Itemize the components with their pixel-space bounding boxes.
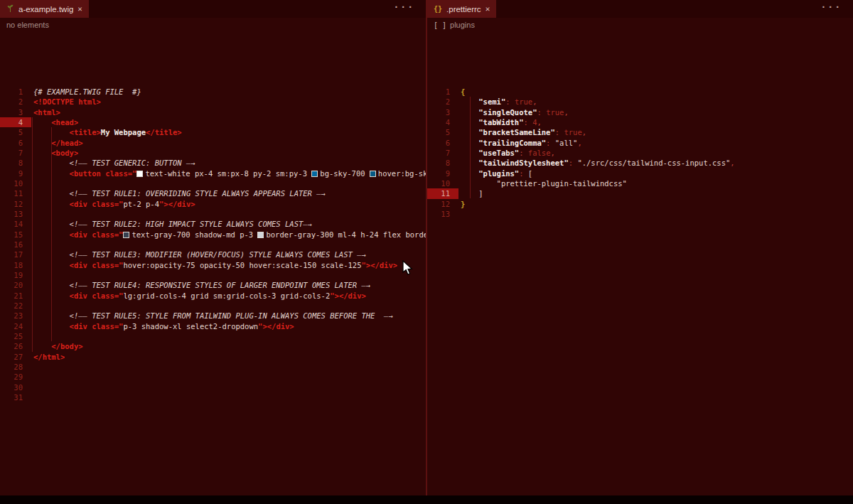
code-token: true — [546, 108, 564, 117]
code-line[interactable]: 10 — [0, 178, 426, 188]
code-line[interactable]: 28 — [0, 362, 426, 372]
code-line[interactable]: 3<html> — [0, 107, 426, 117]
code-line[interactable]: 2 "semi": true, — [427, 97, 853, 107]
code-line[interactable]: 5 <title>My Webpage</title> — [0, 127, 426, 137]
code-line-text: {# EXAMPLE.TWIG FILE #} — [33, 87, 141, 97]
tab-a-example-twig[interactable]: a-example.twig ✕ — [0, 0, 89, 18]
code-line[interactable]: 11 <!—— TEST RULE1: OVERRIDING STYLE ALW… — [0, 188, 426, 198]
code-token: "semi" — [461, 97, 505, 106]
code-line-text: <div class="p-3 shadow-xl select2-dropdo… — [33, 321, 294, 331]
code-line[interactable]: 19 — [0, 270, 426, 280]
line-number: 5 — [0, 127, 31, 137]
code-line[interactable]: 6 </head> — [0, 138, 426, 148]
code-token: "tailwindStylesheet" — [461, 159, 569, 167]
code-line[interactable]: 22 — [0, 301, 426, 311]
tab-bar-left: a-example.twig ✕ ··· — [0, 0, 426, 18]
editor-group-left: a-example.twig ✕ ··· no elements 1{# EXA… — [0, 0, 426, 495]
more-actions-icon[interactable]: ··· — [821, 1, 842, 12]
line-number: 3 — [0, 107, 31, 117]
code-line[interactable]: 4 "tabWidth": 4, — [427, 117, 853, 127]
code-line[interactable]: 6 "trailingComma": "all", — [427, 138, 853, 148]
code-line-text: <!—— TEST RULE1: OVERRIDING STYLE ALWAYS… — [33, 188, 326, 198]
code-line-text: <head> — [33, 117, 78, 127]
code-token: true — [564, 128, 581, 136]
close-icon[interactable]: ✕ — [77, 5, 82, 13]
code-line[interactable]: 21 <div class="lg:grid-cols-4 grid sm:gr… — [0, 291, 426, 301]
code-line[interactable]: 16 — [0, 240, 426, 250]
code-token: </html> — [33, 353, 65, 361]
color-swatch — [311, 171, 318, 177]
code-line[interactable]: 5 "bracketSameLine": true, — [427, 127, 853, 137]
line-number: 6 — [427, 138, 458, 148]
code-token: true — [515, 97, 532, 106]
line-number: 15 — [0, 230, 31, 240]
code-line[interactable]: 30 — [0, 382, 426, 392]
line-number: 7 — [0, 148, 31, 158]
code-line[interactable]: 12} — [427, 199, 853, 209]
line-number: 9 — [0, 168, 31, 178]
more-actions-icon[interactable]: ··· — [394, 1, 414, 12]
code-line[interactable]: 4 <head> — [0, 117, 426, 127]
code-line[interactable]: 24 <div class="p-3 shadow-xl select2-dro… — [0, 321, 426, 331]
code-token: <div class=" — [33, 322, 123, 331]
code-line[interactable]: 2<!DOCTYPE html> — [0, 97, 426, 107]
code-token: , — [730, 159, 734, 167]
code-line[interactable]: 9 "plugins": [ — [427, 168, 853, 178]
line-number: 8 — [427, 158, 458, 168]
code-token: : — [569, 159, 578, 167]
line-number: 12 — [427, 199, 458, 209]
code-line[interactable]: 13 — [427, 209, 853, 219]
code-line[interactable]: 12 <div class="pt-2 p-4"></div> — [0, 199, 426, 209]
code-line[interactable]: 11 ] — [427, 188, 853, 198]
code-line-text: <button class="text-white px-4 sm:px-8 p… — [33, 168, 426, 178]
code-line[interactable]: 26 </body> — [0, 341, 426, 351]
code-line[interactable]: 10 "prettier-plugin-tailwindcss" — [427, 178, 853, 188]
code-line[interactable]: 31 — [0, 392, 426, 402]
code-line[interactable]: 15 <div class="text-gray-700 shadow-md p… — [0, 230, 426, 240]
code-line[interactable]: 7 <body> — [0, 148, 426, 158]
breadcrumb[interactable]: no elements — [0, 18, 426, 32]
code-line[interactable]: 1{# EXAMPLE.TWIG FILE #} — [0, 87, 426, 97]
code-token: <html> — [33, 108, 60, 117]
code-line[interactable]: 23 <!—— TEST RULE5: STYLE FROM TAILWIND … — [0, 311, 426, 321]
code-token: hover:opacity-75 opacity-50 hover:scale-… — [123, 261, 361, 269]
code-line[interactable]: 8 "tailwindStylesheet": "./src/css/tailw… — [427, 158, 853, 168]
line-number: 16 — [0, 240, 31, 250]
code-line[interactable]: 3 "singleQuote": true, — [427, 107, 853, 117]
code-line[interactable]: 17 <!—— TEST RULE3: MODIFIER (HOVER/FOCU… — [0, 250, 426, 259]
code-line-text: } — [461, 199, 465, 209]
code-line-text: { — [461, 87, 465, 97]
code-line[interactable]: 20 <!—— TEST RULE4: RESPONSIVE STYLES OF… — [0, 280, 426, 290]
color-swatch — [136, 171, 143, 177]
line-number: 18 — [0, 260, 31, 270]
code-line-text: "trailingComma": "all", — [461, 138, 582, 148]
breadcrumb[interactable]: [ ] plugins — [427, 18, 853, 32]
code-line[interactable]: 13 — [0, 209, 426, 219]
code-token: <button class=" — [33, 169, 136, 178]
code-token: <!DOCTYPE html> — [33, 97, 101, 106]
code-line[interactable]: 7 "useTabs": false, — [427, 148, 853, 158]
code-line-text: <title>My Webpage</title> — [33, 127, 182, 137]
line-number: 12 — [0, 199, 31, 209]
line-number: 27 — [0, 352, 31, 362]
code-line[interactable]: 1{ — [427, 87, 853, 97]
line-number: 10 — [0, 178, 31, 188]
line-number: 6 — [0, 138, 31, 148]
code-token: </title> — [146, 128, 182, 136]
code-line-text: <div class="hover:opacity-75 opacity-50 … — [33, 260, 397, 270]
code-line[interactable]: 18 <div class="hover:opacity-75 opacity-… — [0, 260, 426, 270]
code-line[interactable]: 9 <button class="text-white px-4 sm:px-8… — [0, 168, 426, 178]
code-line[interactable]: 8 <!—— TEST GENERIC: BUTTON —→ — [0, 158, 426, 168]
breadcrumb-label: plugins — [450, 21, 475, 29]
line-number: 20 — [0, 280, 31, 290]
code-line[interactable]: 29 — [0, 372, 426, 382]
code-token: : — [505, 97, 515, 106]
code-token: , — [582, 128, 586, 136]
code-token: text-gray-700 shadow-md p-3 — [132, 230, 257, 239]
code-line[interactable]: 25 — [0, 331, 426, 341]
close-icon[interactable]: ✕ — [485, 5, 490, 13]
line-number: 23 — [0, 311, 31, 321]
code-line[interactable]: 14 <!—— TEST RULE2: HIGH IMPACT STYLE AL… — [0, 219, 426, 229]
tab-prettierrc[interactable]: {} .prettierrc ✕ — [427, 0, 496, 18]
code-line[interactable]: 27</html> — [0, 352, 426, 362]
